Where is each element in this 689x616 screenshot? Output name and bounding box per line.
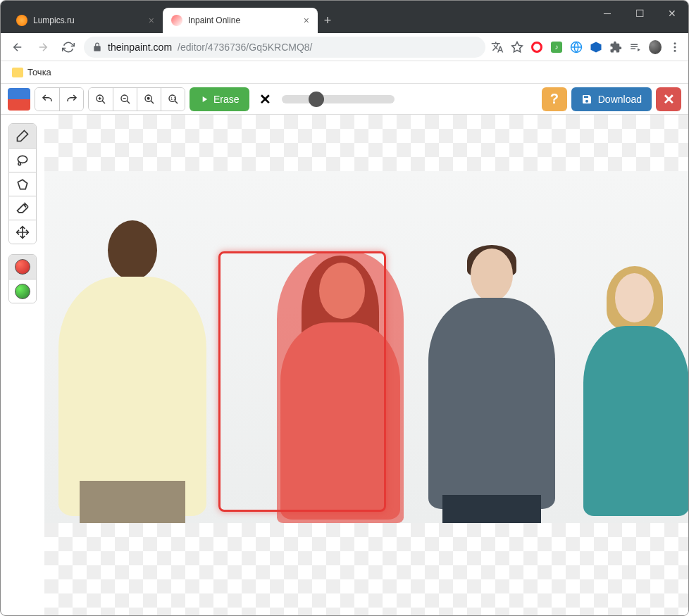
minimize-button[interactable]: ─ bbox=[591, 1, 623, 26]
tab-title: Inpaint Online bbox=[188, 15, 240, 25]
svg-point-7 bbox=[147, 97, 149, 99]
forward-button[interactable] bbox=[33, 37, 53, 57]
url-path: /editor/4736736/Gq5KRCMQ8/ bbox=[178, 42, 312, 53]
main-area bbox=[1, 115, 688, 615]
polygon-tool[interactable] bbox=[9, 172, 36, 196]
tab-inpaint[interactable]: Inpaint Online × bbox=[163, 8, 318, 33]
app-toolbar: 1:1 Erase ✕ ? Download ✕ bbox=[1, 84, 688, 115]
zoom-group: 1:1 bbox=[88, 87, 185, 111]
marker-tool[interactable] bbox=[9, 124, 36, 148]
menu-icon[interactable] bbox=[669, 41, 681, 54]
favicon-icon bbox=[16, 15, 27, 26]
person-4 bbox=[580, 270, 688, 523]
opera-icon[interactable] bbox=[530, 41, 543, 54]
tab-title: Lumpics.ru bbox=[33, 15, 75, 25]
maximize-button[interactable]: ☐ bbox=[623, 1, 656, 26]
person-1 bbox=[51, 220, 213, 523]
brush-size-slider[interactable] bbox=[282, 95, 395, 103]
bookmarks-bar: Точка bbox=[1, 61, 688, 84]
play-icon bbox=[199, 94, 209, 104]
canvas-area[interactable] bbox=[44, 115, 688, 615]
reload-button[interactable] bbox=[58, 37, 78, 57]
lasso-tool[interactable] bbox=[9, 148, 36, 172]
folder-icon bbox=[12, 68, 23, 77]
browser-tabs: Lumpics.ru × Inpaint Online × + bbox=[8, 8, 337, 33]
svg-point-10 bbox=[18, 156, 27, 163]
green-dot-icon bbox=[15, 284, 30, 299]
url-host: theinpaint.com bbox=[108, 42, 172, 53]
close-tab-icon[interactable]: × bbox=[304, 15, 309, 26]
svg-point-3 bbox=[674, 49, 676, 51]
red-dot-icon bbox=[15, 259, 30, 275]
cube-icon[interactable] bbox=[590, 41, 602, 54]
bookmark-item[interactable]: Точка bbox=[27, 67, 51, 77]
globe-icon[interactable] bbox=[570, 41, 583, 54]
save-icon bbox=[581, 94, 592, 105]
selection-highlight bbox=[218, 251, 386, 512]
mask-color-green[interactable] bbox=[9, 279, 36, 303]
person-3 bbox=[421, 249, 562, 523]
zoom-in-button[interactable] bbox=[89, 88, 113, 111]
erase-button[interactable]: Erase bbox=[190, 87, 249, 111]
window-controls: ─ ☐ ✕ bbox=[591, 1, 688, 26]
back-button[interactable] bbox=[8, 37, 27, 57]
address-bar: theinpaint.com/editor/4736736/Gq5KRCMQ8/… bbox=[1, 33, 688, 61]
move-tool[interactable] bbox=[9, 220, 36, 244]
svg-text:1:1: 1:1 bbox=[170, 96, 175, 100]
redo-button[interactable] bbox=[59, 88, 83, 111]
music-icon[interactable]: ♪ bbox=[550, 41, 563, 54]
avatar[interactable] bbox=[649, 41, 662, 54]
eraser-tool[interactable] bbox=[9, 196, 36, 220]
mask-color-red[interactable] bbox=[9, 255, 36, 279]
svg-point-1 bbox=[674, 42, 676, 44]
translate-icon[interactable] bbox=[491, 41, 504, 54]
favicon-icon bbox=[171, 15, 182, 26]
new-tab-button[interactable]: + bbox=[318, 11, 337, 30]
download-label: Download bbox=[598, 94, 642, 105]
app-logo[interactable] bbox=[8, 88, 30, 111]
tab-lumpics[interactable]: Lumpics.ru × bbox=[8, 8, 163, 33]
star-icon[interactable] bbox=[511, 41, 523, 54]
close-window-button[interactable]: ✕ bbox=[656, 1, 688, 26]
zoom-actual-button[interactable]: 1:1 bbox=[161, 88, 185, 111]
close-app-button[interactable]: ✕ bbox=[656, 87, 681, 111]
left-toolbar bbox=[1, 115, 44, 615]
help-button[interactable]: ? bbox=[542, 87, 567, 111]
window-titlebar: Lumpics.ru × Inpaint Online × + ─ ☐ ✕ bbox=[1, 1, 688, 33]
download-button[interactable]: Download bbox=[571, 87, 652, 111]
slider-thumb[interactable] bbox=[309, 92, 324, 107]
erase-label: Erase bbox=[213, 94, 240, 105]
cancel-button[interactable]: ✕ bbox=[254, 87, 278, 111]
undo-redo-group bbox=[35, 87, 84, 111]
zoom-out-button[interactable] bbox=[113, 88, 137, 111]
puzzle-icon[interactable] bbox=[609, 41, 622, 54]
svg-point-2 bbox=[674, 46, 676, 48]
url-field[interactable]: theinpaint.com/editor/4736736/Gq5KRCMQ8/ bbox=[84, 37, 485, 58]
playlist-icon[interactable] bbox=[629, 41, 642, 54]
close-tab-icon[interactable]: × bbox=[149, 15, 154, 26]
extensions-area: ♪ bbox=[491, 41, 681, 54]
undo-button[interactable] bbox=[35, 88, 59, 111]
lock-icon bbox=[92, 42, 102, 52]
zoom-fit-button[interactable] bbox=[137, 88, 161, 111]
